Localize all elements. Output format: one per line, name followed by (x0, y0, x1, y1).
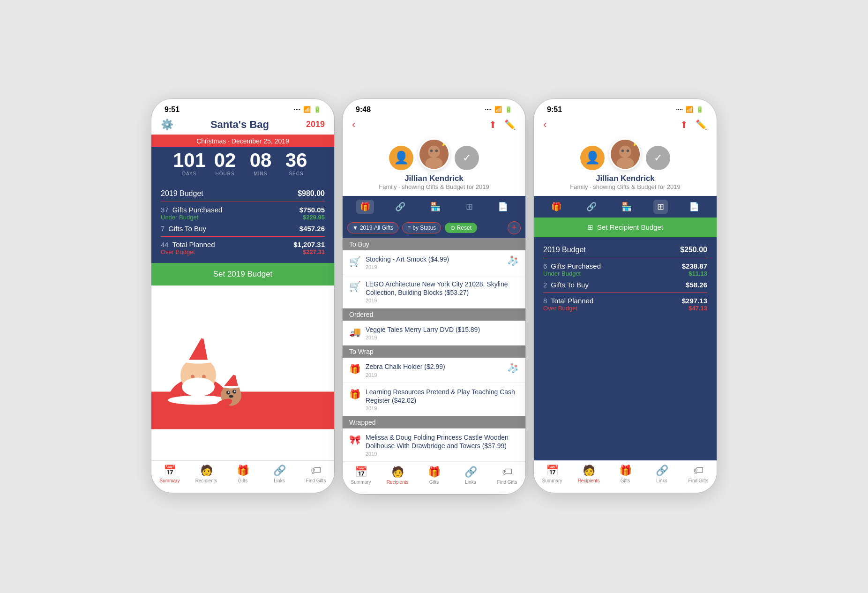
svg-point-15 (228, 391, 230, 393)
filter-bar-2: ▼ 2019·All Gifts ≡ by Status ⊙ Reset + (343, 218, 525, 238)
nav-findgifts-3[interactable]: 🏷 Find Gifts (684, 465, 712, 483)
secs-label: SECS (289, 171, 303, 176)
wifi-icon: 📶 (303, 106, 311, 113)
battery-icon-2: 🔋 (505, 106, 512, 113)
set-budget-label: Set Recipient Budget (597, 223, 663, 231)
nav-findgifts-2[interactable]: 🏷 Find Gifts (493, 466, 521, 485)
tobuy-value-3: $58.26 (686, 281, 707, 289)
budget-row-total: 2019 Budget $980.00 (161, 187, 325, 201)
back-button-3[interactable]: ‹ (543, 119, 546, 131)
purchased-label: Gifts Purchased (172, 206, 223, 214)
santa-svg (151, 285, 334, 460)
gift-item-6[interactable]: 🎀 Melissa & Doug Folding Princess Castle… (343, 428, 525, 462)
filter-icon: ▼ (352, 225, 358, 231)
person-icon-3: 🧑 (583, 465, 595, 477)
nav-gifts-2[interactable]: 🎁 Gifts (420, 466, 448, 485)
nav-summary-2[interactable]: 📅 Summary (347, 466, 375, 485)
tab-grid-2[interactable]: ⊞ (462, 200, 477, 214)
filter-year-chip[interactable]: ▼ 2019·All Gifts (347, 222, 398, 233)
tobuy-count: 7 (161, 225, 165, 233)
nav-links-3[interactable]: 🔗 Links (648, 465, 676, 483)
reset-icon: ⊙ (450, 225, 455, 231)
nav-links-label-2: Links (465, 480, 476, 485)
share-button-2[interactable]: ⬆ (489, 119, 497, 130)
set-recipient-budget-button[interactable]: ⊞ Set Recipient Budget (534, 218, 717, 237)
svg-point-29 (617, 157, 634, 169)
nav-recipients-1[interactable]: 🧑 Recipients (192, 465, 220, 483)
phone-screen-2: 9:48 ···· 📶 🔋 ‹ ⬆ ✏️ 👤 (343, 99, 525, 495)
wrapped-icon-1: 🎀 (349, 434, 361, 445)
add-gift-button[interactable]: + (508, 221, 521, 234)
share-button-3[interactable]: ⬆ (680, 119, 688, 130)
gift-item-4[interactable]: 🎁 Zebra Chalk Holder ($2.99) 2019 🧦 (343, 358, 525, 383)
filter-status-chip[interactable]: ≡ by Status (402, 222, 441, 233)
nav-summary-1[interactable]: 📅 Summary (156, 465, 184, 483)
signal-icon-2: ···· (485, 106, 492, 113)
bottom-nav-2: 📅 Summary 🧑 Recipients 🎁 Gifts 🔗 Links 🏷… (343, 462, 525, 494)
s2-actions: ⬆ ✏️ (489, 119, 516, 130)
total-row-3: 8 Total Planned Over Budget $297.13 $47.… (543, 294, 707, 313)
status-bar-1: 9:51 ···· 📶 🔋 (151, 99, 334, 117)
gift-item-3[interactable]: 🚚 Veggie Tales Merry Larry DVD ($15.89) … (343, 321, 525, 345)
tab-store-3[interactable]: 🏪 (618, 200, 636, 214)
purchased-value-3: $238.87 (682, 262, 707, 270)
nav-summary-label-2: Summary (351, 480, 371, 485)
days-value: 101 (173, 150, 206, 170)
back-button-2[interactable]: ‹ (352, 119, 355, 131)
wifi-icon-3: 📶 (686, 106, 693, 113)
tab-doc-2[interactable]: 📄 (494, 200, 512, 214)
person-icon-1: 🧑 (200, 465, 213, 477)
tab-link-3[interactable]: 🔗 (583, 200, 600, 214)
avatar-check-2: ✓ (455, 146, 479, 170)
nav-summary-3[interactable]: 📅 Summary (538, 465, 566, 483)
recipient-name-2: Jillian Kendrick (404, 174, 464, 183)
filter-reset-label: Reset (457, 225, 471, 231)
nav-gifts-3[interactable]: 🎁 Gifts (611, 465, 639, 483)
budget-value: $980.00 (298, 189, 325, 198)
nav-findgifts-1[interactable]: 🏷 Find Gifts (302, 465, 330, 483)
gift-name-6: Melissa & Doug Folding Princess Castle W… (366, 433, 519, 450)
nav-recipients-3[interactable]: 🧑 Recipients (575, 465, 603, 483)
total-right-3: $297.13 $47.13 (682, 297, 707, 312)
gift-item-5[interactable]: 🎁 Learning Resources Pretend & Play Teac… (343, 383, 525, 416)
status-time-1: 9:51 (165, 105, 180, 114)
svg-point-6 (200, 332, 206, 338)
purchased-row: 37 Gifts Purchased Under Budget $750.05 … (161, 203, 325, 222)
nav-links-2[interactable]: 🔗 Links (456, 466, 485, 485)
tab-doc-3[interactable]: 📄 (685, 200, 703, 214)
over-budget-value: $227.31 (303, 248, 325, 255)
edit-button-2[interactable]: ✏️ (504, 119, 516, 130)
nav-gifts-label-2: Gifts (429, 480, 439, 485)
gift-item-2[interactable]: 🛒 LEGO Architecture New York City 21028,… (343, 275, 525, 308)
phone-screen-1: 9:51 ···· 📶 🔋 ⚙️ Santa's Bag 2019 Christ… (151, 99, 334, 493)
svg-point-17 (229, 395, 233, 398)
nav-links-1[interactable]: 🔗 Links (265, 465, 293, 483)
set-budget-button[interactable]: Set 2019 Budget (151, 263, 334, 285)
tab-store-2[interactable]: 🏪 (427, 200, 444, 214)
svg-point-26 (435, 150, 438, 152)
gift-info-2: LEGO Architecture New York City 21028, S… (366, 280, 519, 303)
nav-findgifts-label-1: Find Gifts (306, 478, 326, 483)
mins-value: 08 (250, 150, 272, 170)
tab-gifts-2[interactable]: 🎁 (356, 200, 374, 214)
tobuy-row-3: 2 Gifts To Buy $58.26 (543, 278, 707, 292)
avatar-check-3: ✓ (646, 146, 670, 170)
tab-gifts-3[interactable]: 🎁 (547, 200, 565, 214)
filter-reset-chip[interactable]: ⊙ Reset (445, 223, 477, 233)
gift-item-1[interactable]: 🛒 Stocking - Art Smock ($4.99) 2019 🧦 (343, 250, 525, 275)
recipient-sub-3: Family · showing Gifts & Budget for 2019 (570, 183, 681, 190)
edit-button-3[interactable]: ✏️ (696, 119, 707, 130)
nav-recipients-label-2: Recipients (387, 480, 409, 485)
tab-link-2[interactable]: 🔗 (391, 200, 409, 214)
gift-name-1: Stocking - Art Smock ($4.99) (366, 255, 502, 263)
filter-status-icon: ≡ (407, 225, 411, 231)
tab-grid-3[interactable]: ⊞ (653, 200, 668, 214)
gear-icon[interactable]: ⚙️ (161, 119, 173, 131)
nav-gifts-1[interactable]: 🎁 Gifts (229, 465, 257, 483)
calendar-icon-1: 📅 (164, 465, 176, 477)
budget-label: 2019 Budget (161, 189, 203, 198)
gift-name-3: Veggie Tales Merry Larry DVD ($15.89) (366, 325, 519, 334)
nav-recipients-2[interactable]: 🧑 Recipients (383, 466, 412, 485)
purchased-right-3: $238.87 $11.13 (682, 262, 707, 277)
battery-icon-3: 🔋 (696, 106, 703, 113)
